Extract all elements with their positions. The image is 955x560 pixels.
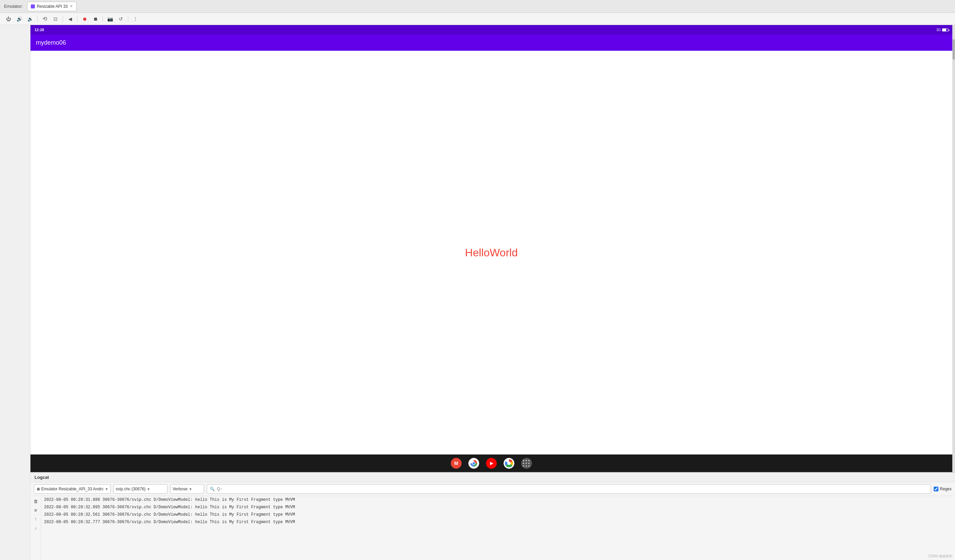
- emulator-container: 12:28 3G mydemo06 HelloWorld: [30, 25, 955, 472]
- chrome-icon-svg: [468, 458, 479, 469]
- android-app-bar: mydemo06: [30, 34, 952, 51]
- screenshot-button[interactable]: 📷: [106, 14, 114, 23]
- apps-dot: [523, 463, 524, 464]
- undo-button[interactable]: ↺: [116, 14, 125, 23]
- signal-text: 3G: [936, 28, 941, 32]
- regex-label: Regex: [940, 487, 952, 491]
- emulator-screen[interactable]: 12:28 3G mydemo06 HelloWorld: [30, 25, 952, 472]
- volume-up-button[interactable]: 🔊: [15, 14, 24, 23]
- emulator-select[interactable]: 🖥 Emulator Resizable_API_33 Andrc ▼: [34, 484, 111, 494]
- log-line: 2022-08-05 00:28:32.095 30676-30676/svip…: [41, 504, 955, 511]
- log-line: 2022-08-05 00:28:32.561 30676-30676/svip…: [41, 511, 955, 518]
- emulator-select-text: Emulator Resizable_API_33 Andrc: [41, 487, 103, 491]
- verbose-select-arrow: ▼: [189, 487, 192, 491]
- battery-icon: [942, 28, 948, 31]
- logcat-area: Logcat 🖥 Emulator Resizable_API_33 Andrc…: [30, 472, 955, 560]
- power-button[interactable]: ⏻: [4, 14, 13, 23]
- verbose-select[interactable]: Verbose ▼: [170, 484, 204, 494]
- tab-close-button[interactable]: ✕: [70, 4, 73, 8]
- log-line: 2022-08-05 00:28:31.886 30676-30676/svip…: [41, 496, 955, 504]
- status-time: 12:28: [34, 28, 44, 32]
- logcat-header: Logcat: [30, 473, 955, 482]
- status-icons: 3G: [936, 28, 948, 32]
- title-bar: Emulator: Resizable API 33 ✕: [0, 0, 955, 13]
- emulator-tab[interactable]: Resizable API 33 ✕: [27, 2, 77, 11]
- stop-button[interactable]: ⏹: [91, 14, 100, 23]
- apps-dot: [528, 460, 530, 461]
- toolbar-divider-1: [37, 16, 38, 22]
- record-button[interactable]: ⏺: [80, 14, 89, 23]
- toolbar: ⏻ 🔊 🔉 ⟲ ⊡ ◀ ⏺ ⏹ 📷 ↺ ⋮: [0, 13, 955, 25]
- scroll-up-button[interactable]: ↑: [32, 515, 39, 523]
- battery-fill: [942, 29, 946, 31]
- rotate-button[interactable]: ⟲: [40, 14, 49, 23]
- scroll-down-button[interactable]: ↓: [32, 524, 39, 531]
- logcat-left-panel: 🗑 ≡ ↑ ↓ 2022-08-05 00:28:31.886 30676-30…: [30, 496, 955, 560]
- title-bar-label: Emulator:: [4, 4, 23, 9]
- apps-dot: [526, 465, 527, 466]
- process-select-text: svip.chc (30676): [116, 487, 146, 491]
- gmail-icon[interactable]: M: [451, 458, 462, 469]
- android-app-title: mydemo06: [36, 39, 66, 46]
- filter-button[interactable]: ≡: [32, 506, 39, 514]
- tab-icon: [31, 5, 35, 8]
- logcat-side-buttons: 🗑 ≡ ↑ ↓: [30, 496, 41, 560]
- svg-point-4: [473, 462, 475, 465]
- process-select[interactable]: svip.chc (30676) ▼: [113, 484, 168, 494]
- photos-icon[interactable]: [504, 458, 514, 469]
- emulator-scrollbar[interactable]: [952, 25, 955, 472]
- emulator-select-icon: 🖥: [36, 487, 40, 491]
- log-line: 2022-08-05 00:28:32.777 30676-30676/svip…: [41, 518, 955, 526]
- chrome-icon[interactable]: [468, 458, 479, 469]
- android-status-bar: 12:28 3G: [30, 25, 952, 34]
- more-options-button[interactable]: ⋮: [131, 14, 140, 23]
- verbose-select-text: Verbose: [172, 487, 188, 491]
- logcat-toolbar: 🖥 Emulator Resizable_API_33 Andrc ▼ svip…: [30, 482, 955, 496]
- tab-label: Resizable API 33: [37, 4, 68, 9]
- resize-button[interactable]: ⊡: [51, 14, 60, 23]
- delete-log-button[interactable]: 🗑: [32, 498, 39, 505]
- watermark: CSDN 成就发利: [928, 554, 952, 558]
- emulator-select-arrow: ▼: [105, 487, 108, 491]
- logcat-lines: 2022-08-05 00:28:31.886 30676-30676/svip…: [41, 496, 955, 560]
- apps-dot: [528, 465, 530, 466]
- back-button[interactable]: ◀: [66, 14, 74, 23]
- sidebar: [0, 25, 30, 560]
- apps-dot: [526, 460, 527, 461]
- regex-checkbox[interactable]: [934, 487, 938, 491]
- apps-dot: [528, 463, 530, 464]
- emulator-scrollbar-thumb[interactable]: [953, 39, 955, 59]
- photos-icon-svg: [504, 458, 514, 469]
- logcat-title: Logcat: [34, 475, 49, 480]
- search-box[interactable]: 🔍: [207, 484, 931, 494]
- toolbar-divider-2: [63, 16, 63, 22]
- volume-down-button[interactable]: 🔉: [26, 14, 34, 23]
- search-input[interactable]: [217, 487, 928, 491]
- process-select-arrow: ▼: [147, 487, 150, 491]
- android-bottom-bar: M: [30, 454, 952, 472]
- apps-dot: [526, 463, 527, 464]
- apps-icon[interactable]: [521, 458, 532, 469]
- main-area: 12:28 3G mydemo06 HelloWorld: [0, 25, 955, 560]
- search-icon: 🔍: [210, 487, 215, 491]
- regex-area: Regex: [934, 487, 952, 491]
- svg-point-6: [507, 462, 511, 465]
- youtube-icon[interactable]: ▶: [486, 458, 497, 469]
- android-content: HelloWorld: [30, 51, 952, 454]
- apps-dot: [523, 460, 524, 461]
- hello-world-text: HelloWorld: [465, 246, 518, 259]
- apps-dot: [523, 465, 524, 466]
